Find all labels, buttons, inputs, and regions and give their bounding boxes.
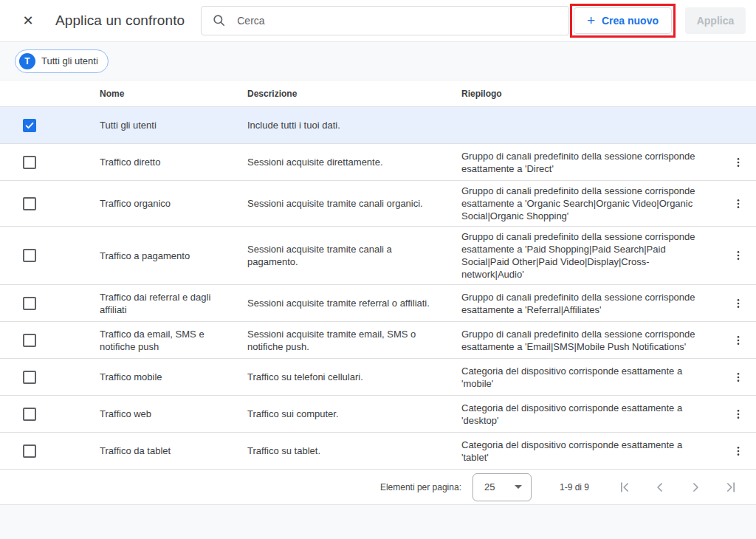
last-page-icon [724,480,738,495]
row-summary: Categoria del dispositivo corrisponde es… [461,402,721,427]
overflow-menu-icon[interactable] [729,195,747,213]
row-menu-cell [721,154,756,171]
row-name: Traffico dai referral e dagli affiliati [100,291,247,316]
row-checkbox[interactable] [23,249,36,262]
table-row[interactable]: Traffico organico Sessioni acquisite tra… [0,181,756,227]
row-checkbox[interactable] [23,156,36,169]
row-description: Sessioni acquisite tramite canali a paga… [247,243,461,268]
overflow-menu-icon[interactable] [729,368,747,386]
row-description: Sessioni acquisite tramite canali organi… [247,197,461,210]
overflow-menu-icon[interactable] [729,154,747,171]
overflow-menu-icon[interactable] [729,405,747,423]
chip-avatar: T [19,53,35,69]
table-row[interactable]: Traffico da tablet Traffico su tablet. C… [0,433,756,470]
page-range-label: 1-9 di 9 [560,482,589,492]
row-checkbox-cell [0,156,100,169]
overflow-menu-icon[interactable] [729,247,747,264]
comparison-chip-all-users[interactable]: T Tutti gli utenti [15,49,109,73]
arrow-drop-down-icon [515,485,522,489]
overflow-menu-icon[interactable] [729,332,747,349]
dialog-header: ✕ Applica un confronto + Crea nuovo Appl… [0,0,756,42]
row-summary: Gruppo di canali predefinito della sessi… [461,291,721,316]
row-summary: Gruppo di canali predefinito della sessi… [461,185,721,222]
table-row[interactable]: Traffico diretto Sessioni acquisite dire… [0,144,756,181]
row-name: Traffico da tablet [100,444,247,457]
column-header-summary: Riepilogo [461,89,721,99]
create-new-label: Crea nuovo [602,15,659,27]
annotation-highlight-box: + Crea nuovo [570,4,676,38]
pagination-bar: Elementi per pagina: 25 1-9 di 9 [0,470,756,504]
row-menu-cell [721,117,756,134]
next-page-button[interactable] [678,473,713,502]
table-row[interactable]: Traffico web Traffico sui computer. Cate… [0,396,756,433]
row-checkbox[interactable] [23,444,36,458]
previous-page-button[interactable] [642,473,678,502]
row-checkbox[interactable] [23,408,36,421]
apply-comparison-dialog: ✕ Applica un confronto + Crea nuovo Appl… [0,0,756,539]
row-name: Traffico a pagamento [100,250,247,262]
row-checkbox[interactable] [23,119,36,132]
column-header-description: Descrizione [247,89,461,99]
close-icon[interactable]: ✕ [19,12,37,30]
chip-label: Tutti gli utenti [41,55,98,66]
row-name: Traffico mobile [100,371,247,383]
table-row[interactable]: Traffico mobile Traffico su telefoni cel… [0,359,756,396]
table-row[interactable]: Traffico dai referral e dagli affiliati … [0,285,756,322]
page-title: Applica un confronto [55,13,185,29]
last-page-button[interactable] [713,473,749,502]
row-checkbox-cell [0,371,100,384]
search-box[interactable] [201,6,569,35]
row-checkbox[interactable] [23,197,36,210]
table-row[interactable]: Traffico da email, SMS e notifiche push … [0,322,756,359]
active-comparison-band: T Tutti gli utenti [0,42,756,80]
row-menu-cell [721,247,756,264]
row-checkbox-cell [0,249,100,262]
row-menu-cell [721,332,756,349]
row-checkbox-cell [0,197,100,210]
row-checkbox[interactable] [23,297,36,310]
table-header-row: Nome Descrizione Riepilogo [0,80,756,107]
row-menu-cell [721,295,756,312]
row-description: Sessioni acquisite direttamente. [247,156,461,168]
row-checkbox-cell [0,297,100,310]
row-name: Traffico diretto [100,156,247,168]
row-checkbox[interactable] [23,334,36,347]
row-name: Traffico da email, SMS e notifiche push [100,328,247,353]
row-checkbox-cell [0,408,100,421]
table-row[interactable]: Tutti gli utenti Include tutti i tuoi da… [0,107,756,144]
row-summary: Gruppo di canali predefinito della sessi… [461,150,721,175]
plus-icon: + [587,13,595,27]
bottom-spacer-band [0,504,756,539]
row-menu-cell [721,195,756,213]
table-row[interactable]: Traffico a pagamento Sessioni acquisite … [0,227,756,285]
column-header-name: Nome [100,89,247,99]
row-description: Include tutti i tuoi dati. [247,119,461,131]
apply-button[interactable]: Applica [685,7,746,34]
table-body: Tutti gli utenti Include tutti i tuoi da… [0,107,756,470]
first-page-icon [617,480,632,495]
checkmark-icon [24,120,35,131]
row-name: Tutti gli utenti [100,119,247,131]
row-menu-cell [721,442,756,460]
row-checkbox-cell [0,119,100,132]
page-size-select[interactable]: 25 [472,473,532,501]
row-description: Sessioni acquisite tramite referral o af… [247,297,461,309]
row-checkbox[interactable] [23,371,36,384]
first-page-button[interactable] [607,473,642,502]
row-summary: Categoria del dispositivo corrisponde es… [461,365,721,390]
page-size-value: 25 [484,481,495,492]
row-description: Traffico su tablet. [247,444,461,457]
row-menu-cell [721,405,756,423]
row-description: Traffico su telefoni cellulari. [247,371,461,383]
row-name: Traffico organico [100,197,247,210]
search-input[interactable] [237,15,558,27]
create-new-button[interactable]: + Crea nuovo [574,7,672,34]
row-description: Sessioni acquisite tramite email, SMS o … [247,328,461,353]
overflow-menu-icon[interactable] [729,442,747,460]
row-summary: Gruppo di canali predefinito della sessi… [461,230,721,281]
row-description: Traffico sui computer. [247,408,461,420]
row-checkbox-cell [0,444,100,458]
chevron-right-icon [688,480,703,495]
overflow-menu-icon[interactable] [729,295,747,312]
search-icon [212,13,227,28]
